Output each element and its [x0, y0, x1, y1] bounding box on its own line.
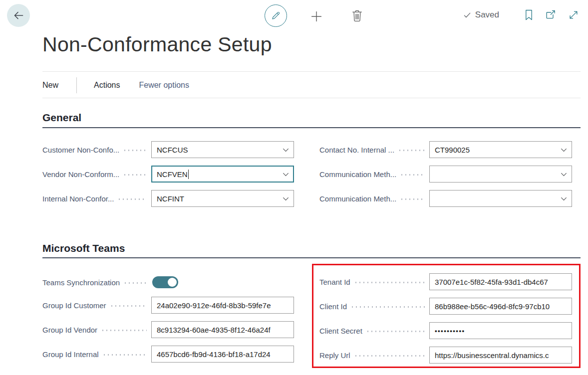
chevron-down-icon[interactable] — [560, 195, 568, 202]
bookmark-icon — [524, 9, 534, 21]
trash-icon — [351, 9, 363, 23]
field-customer-nonconformance: Customer Non-Confo... NCFCUS — [42, 141, 294, 158]
input-value: 37007e1c-5f82-45fa-93d1-db4c67 — [435, 278, 568, 286]
client-secret-input[interactable]: •••••••••• — [429, 322, 572, 339]
menu-actions[interactable]: Actions — [94, 81, 120, 90]
field-label: Group Id Internal — [42, 350, 99, 359]
menu-separator — [76, 77, 77, 93]
dotted-leader — [123, 150, 147, 151]
divider — [42, 71, 581, 72]
field-vendor-nonconformance: Vendor Non-Conform... NCFVEN — [42, 166, 294, 183]
bookmark-button[interactable] — [524, 9, 534, 21]
save-status-label: Saved — [475, 10, 499, 20]
section-heading-general: General — [42, 112, 81, 124]
field-label: Group Id Vendor — [42, 326, 97, 334]
field-label: Communication Meth... — [319, 170, 396, 179]
field-label: Internal Non-Confor... — [42, 194, 114, 203]
chevron-down-icon[interactable] — [560, 171, 568, 178]
chevron-down-icon[interactable] — [282, 146, 290, 154]
field-group-id-internal: Group Id Internal 4657bcd6-fb9d-4136-bf1… — [42, 346, 294, 363]
communication-method-1-input[interactable] — [429, 166, 572, 183]
field-label: Tenant Id — [319, 278, 350, 286]
input-value: NCFCUS — [157, 146, 279, 154]
field-contact-no-internal: Contact No. Internal ... CT990025 — [319, 141, 572, 158]
field-client-id: Client Id 86b988ee-b56c-496d-8fc9-97cb10 — [319, 298, 572, 315]
dotted-leader — [400, 174, 425, 176]
vendor-nonconformance-input[interactable]: NCFVEN — [151, 166, 294, 183]
input-value: CT990025 — [435, 146, 557, 154]
back-arrow-icon — [12, 9, 24, 21]
delete-button[interactable] — [350, 8, 363, 23]
input-value: NCFVEN — [157, 170, 188, 179]
chevron-down-icon[interactable] — [282, 195, 290, 202]
action-bar: New Actions Fewer options — [42, 78, 189, 93]
expand-button[interactable] — [568, 9, 579, 20]
field-tenant-id: Tenant Id 37007e1c-5f82-45fa-93d1-db4c67 — [319, 273, 572, 290]
input-value-masked: •••••••••• — [435, 327, 568, 335]
dotted-leader — [398, 150, 425, 151]
menu-fewer-options[interactable]: Fewer options — [139, 81, 189, 90]
field-internal-nonconformance: Internal Non-Confor... NCFINT — [42, 190, 294, 207]
internal-nonconformance-input[interactable]: NCFINT — [151, 190, 294, 207]
check-icon — [463, 10, 472, 19]
teams-left-column: Teams Synchronization Group Id Customer … — [42, 274, 294, 370]
dotted-leader — [366, 331, 425, 332]
toggle-knob — [168, 278, 177, 287]
open-in-new-window-button[interactable] — [545, 9, 557, 21]
save-status: Saved — [463, 10, 499, 20]
diagonal-resize-icon — [568, 9, 579, 20]
client-id-input[interactable]: 86b988ee-b56c-496d-8fc9-97cb10 — [429, 298, 572, 315]
dotted-leader — [110, 305, 147, 307]
non-conformance-setup-page: Saved Non-Conformance Setup New Actions … — [0, 0, 588, 375]
teams-sync-toggle[interactable] — [152, 276, 178, 288]
field-label: Client Id — [319, 302, 347, 311]
dotted-leader — [123, 282, 148, 284]
field-reply-url: Reply Url https://businesscentral.dynami… — [319, 347, 572, 364]
topbar-right-cluster: Saved — [463, 9, 579, 21]
plus-icon — [309, 9, 323, 23]
back-button[interactable] — [7, 4, 30, 27]
pencil-icon — [271, 10, 281, 21]
menu-new[interactable]: New — [42, 81, 58, 90]
general-left-column: Customer Non-Confo... NCFCUS Vendor Non-… — [42, 141, 294, 214]
group-id-vendor-input[interactable]: 8c913294-60ae-4935-8f12-46a24f — [151, 321, 294, 338]
tenant-id-input[interactable]: 37007e1c-5f82-45fa-93d1-db4c67 — [429, 273, 572, 290]
dotted-leader — [354, 282, 425, 283]
contact-no-internal-input[interactable]: CT990025 — [429, 141, 572, 158]
communication-method-2-input[interactable] — [429, 190, 572, 207]
dotted-leader — [350, 306, 425, 308]
field-communication-method-2: Communication Meth... — [319, 190, 572, 207]
input-value: NCFINT — [157, 194, 279, 203]
teams-right-column: Tenant Id 37007e1c-5f82-45fa-93d1-db4c67… — [319, 273, 572, 371]
dotted-leader — [101, 330, 147, 331]
dotted-leader — [102, 354, 147, 356]
dotted-leader — [123, 174, 147, 176]
field-group-id-vendor: Group Id Vendor 8c913294-60ae-4935-8f12-… — [42, 321, 294, 338]
section-heading-teams: Microsoft Teams — [42, 242, 125, 254]
field-label: Communication Meth... — [319, 194, 396, 203]
add-button[interactable] — [309, 9, 324, 24]
dotted-leader — [117, 198, 147, 200]
field-label: Teams Synchronization — [42, 278, 120, 287]
customer-nonconformance-input[interactable]: NCFCUS — [151, 141, 294, 158]
field-label: Reply Url — [319, 351, 350, 360]
dotted-leader — [400, 198, 425, 200]
edit-button[interactable] — [265, 4, 287, 27]
field-group-id-customer: Group Id Customer 24a02e90-912e-46fd-8b3… — [42, 297, 294, 314]
field-label: Client Secret — [319, 327, 362, 335]
reply-url-input[interactable]: https://businesscentral.dynamics.c — [429, 347, 572, 364]
field-label: Vendor Non-Conform... — [42, 170, 119, 179]
section-rule — [42, 257, 581, 258]
chevron-down-icon[interactable] — [282, 171, 290, 178]
field-label: Group Id Customer — [42, 301, 106, 310]
open-in-new-window-icon — [545, 9, 557, 21]
group-id-customer-input[interactable]: 24a02e90-912e-46fd-8b3b-59fe7e — [151, 297, 294, 314]
input-value: 8c913294-60ae-4935-8f12-46a24f — [157, 326, 290, 334]
section-rule — [42, 127, 581, 128]
chevron-down-icon[interactable] — [560, 146, 568, 154]
field-communication-method-1: Communication Meth... — [319, 166, 572, 183]
group-id-internal-input[interactable]: 4657bcd6-fb9d-4136-bf18-a17d24 — [151, 346, 294, 363]
field-teams-synchronization: Teams Synchronization — [42, 274, 294, 291]
input-value: https://businesscentral.dynamics.c — [435, 351, 568, 360]
field-client-secret: Client Secret •••••••••• — [319, 322, 572, 339]
